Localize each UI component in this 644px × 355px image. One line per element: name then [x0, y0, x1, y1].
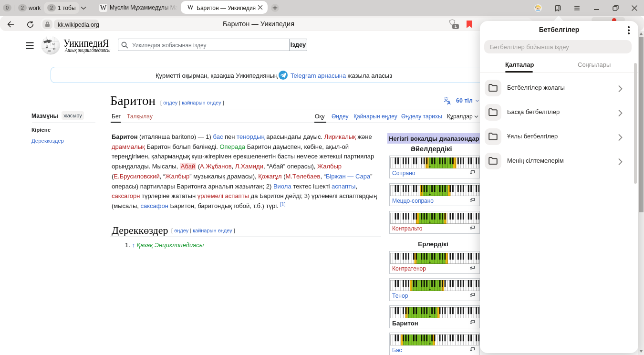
svg-text:И: И: [53, 47, 56, 51]
svg-text:A: A: [447, 100, 451, 104]
svg-text:W: W: [52, 43, 55, 46]
svg-text:Ш: Ш: [48, 50, 51, 52]
svg-text:Ω: Ω: [46, 44, 49, 49]
